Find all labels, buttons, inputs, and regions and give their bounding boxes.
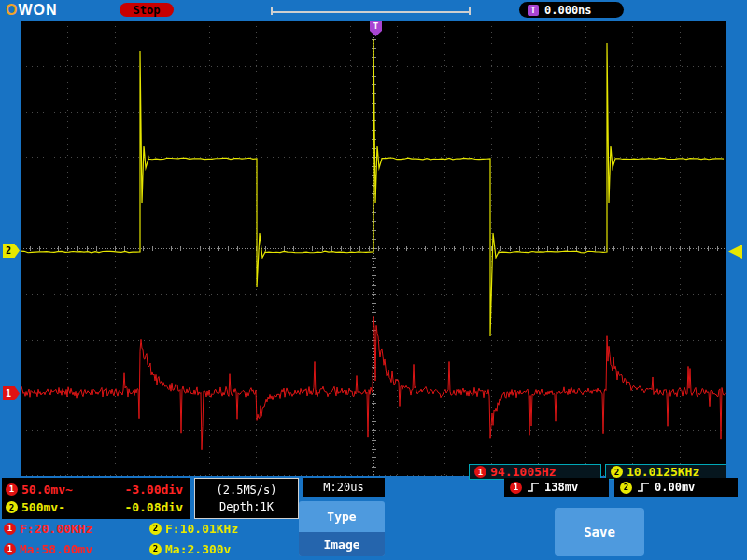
- scope-screen: [21, 21, 726, 476]
- trigger-time-readout: T 0.000ns: [519, 2, 624, 18]
- ruler-left-tick: [271, 7, 273, 15]
- type-label: Type: [299, 501, 385, 532]
- ruler-right-tick: [469, 7, 471, 15]
- channel-scale-box: 1 50.0mv~ -3.00div 2 500mv- -0.08div: [2, 478, 190, 519]
- ch1-badge: 1: [474, 466, 486, 478]
- save-button[interactable]: Save: [555, 508, 644, 556]
- ch1-badge: 1: [510, 482, 522, 494]
- ch1-position-marker[interactable]: 1: [3, 386, 20, 400]
- trigger-level-marker[interactable]: [728, 245, 742, 259]
- stop-button[interactable]: Stop: [120, 3, 174, 17]
- ch2-badge: 2: [611, 466, 623, 478]
- ch2-frequency-value: 10.0125KHz: [627, 465, 699, 479]
- ch1-scale-row: 1 50.0mv~ -3.00div: [6, 483, 187, 497]
- ch2-freq-value: F:10.01KHz: [165, 522, 238, 536]
- timebase-readout: M:20us: [303, 478, 385, 497]
- type-image-button[interactable]: Type Image: [299, 501, 385, 556]
- sample-rate: (2.5MS/s): [216, 483, 276, 497]
- ch2-scale: 500mv-: [21, 500, 65, 514]
- waveform-canvas: [21, 21, 726, 476]
- trigger-position-ruler: [271, 11, 471, 13]
- ch1-max-value: Ma:58.00mv: [20, 542, 92, 556]
- sample-rate-box: (2.5MS/s) Depth:1K: [194, 478, 299, 519]
- ch1-frequency-value: 94.1005Hz: [490, 465, 556, 479]
- oscilloscope-frame: OWON Stop T 0.000ns T 2 1 1 94.1005Hz 2 …: [0, 0, 747, 560]
- ch1-trigger-level: 138mv: [544, 481, 578, 494]
- ch1-freq-measurement: 1 F:20.00KHz: [4, 520, 92, 537]
- ch2-max-measurement: 2 Ma:2.300v: [149, 540, 231, 557]
- ch2-badge: 2: [149, 523, 162, 535]
- ch2-position-marker[interactable]: 2: [3, 244, 20, 258]
- type-value-image[interactable]: Image: [299, 532, 385, 556]
- ch2-badge: 2: [149, 543, 162, 555]
- brand-logo-o: O: [6, 2, 18, 18]
- brand-logo: OWON: [6, 2, 58, 19]
- ch2-trigger-level: 0.00mv: [655, 481, 695, 494]
- ch1-freq-value: F:20.00KHz: [20, 522, 92, 536]
- ch2-position: -0.08div: [124, 500, 187, 514]
- ch1-max-measurement: 1 Ma:58.00mv: [4, 540, 92, 557]
- trigger-time-value: 0.000ns: [544, 4, 592, 17]
- ch1-scale: 50.0mv~: [21, 483, 73, 497]
- ch1-trigger-readout: 1 138mv: [504, 478, 609, 497]
- ch2-badge: 2: [6, 501, 18, 513]
- ch2-max-value: Ma:2.300v: [165, 542, 231, 556]
- ch1-badge: 1: [4, 523, 16, 535]
- ch2-freq-measurement: 2 F:10.01KHz: [149, 520, 238, 537]
- memory-depth: Depth:1K: [219, 500, 274, 513]
- trigger-t-icon: T: [528, 5, 539, 16]
- ch1-badge: 1: [6, 483, 18, 496]
- brand-logo-rest: WON: [18, 2, 57, 18]
- ch2-scale-row: 2 500mv- -0.08div: [6, 500, 187, 514]
- ch1-badge: 1: [4, 543, 16, 555]
- ch1-position: -3.00div: [124, 483, 187, 497]
- rising-edge-icon: [527, 482, 540, 493]
- ch2-badge: 2: [620, 482, 632, 494]
- rising-edge-icon: [637, 482, 650, 493]
- ch2-trigger-readout: 2 0.00mv: [614, 478, 738, 497]
